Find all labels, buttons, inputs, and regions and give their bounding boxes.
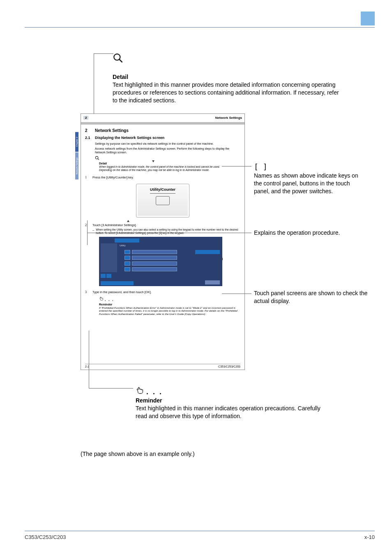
hand-icon	[136, 386, 145, 397]
ellipsis-icon: . . .	[146, 388, 163, 396]
detail-title: Detail	[113, 73, 343, 81]
annotation-touchpanel: Touch panel screens are shown to check t…	[254, 289, 369, 305]
document-page: Detail Text highlighted in this manner p…	[0, 0, 392, 555]
connector-line	[87, 233, 251, 233]
figure-body: 2 Network Settings 2.1 Displaying the Ne…	[81, 125, 244, 315]
annotation-text: Touch panel screens are shown to check t…	[254, 290, 367, 304]
key-label: Utility/Counter	[150, 187, 175, 194]
tp-datetime	[101, 281, 134, 285]
figure-header: 2 Network Settings	[81, 114, 244, 121]
tp-utility-label: Utility	[120, 244, 126, 247]
step-text: Touch [3 Administrator Settings]. – When…	[92, 223, 240, 235]
figure-reminder-title: Reminder	[99, 303, 240, 306]
example-note: (The page shown above is an example only…	[81, 451, 195, 457]
figure-header-title: Network Settings	[215, 116, 242, 120]
side-tab: Chapter 2	[75, 132, 78, 152]
step-text: Type in the password, and then touch [OK…	[92, 290, 240, 294]
tp-menu-button	[132, 261, 177, 266]
side-tabs: Chapter 2 Network Settings	[75, 132, 81, 180]
hand-icon	[99, 298, 105, 302]
figure-paragraph: Access network settings from the Adminis…	[95, 147, 240, 154]
subsection-title: Displaying the Network Settings screen	[95, 136, 164, 140]
detail-body: Text highlighted in this manner provides…	[113, 81, 343, 104]
tp-num-button	[125, 256, 130, 260]
arrow-left-icon	[221, 258, 223, 260]
reminder-callout: . . . Reminder Text highlighted in this …	[136, 386, 333, 420]
magnifier-icon	[113, 53, 123, 65]
tp-joblist-tab	[115, 238, 139, 243]
tp-close-button	[205, 280, 220, 284]
figure-footer: 2-2 C353/C253/C203	[85, 364, 240, 368]
step-text: Press the [Utility/Counter] key.	[92, 176, 240, 180]
side-tab: Network Settings	[75, 153, 78, 180]
svg-point-2	[95, 156, 98, 159]
connector-line	[94, 53, 113, 64]
figure-paragraph: Settings by purpose can be specified via…	[95, 142, 240, 146]
connector-line	[222, 294, 251, 294]
figure-reminder-body: If "Prohibited Functions When Authentica…	[99, 306, 240, 315]
arrow-up-icon	[127, 220, 129, 222]
tp-menu-button	[132, 256, 177, 260]
connector-line	[89, 331, 89, 388]
page-corner-decoration	[361, 12, 375, 25]
bracket-symbol: [ ]	[254, 162, 267, 171]
tp-side-panel	[101, 243, 117, 272]
step-number: 2	[85, 223, 92, 235]
connector-line	[222, 166, 251, 166]
sample-page-figure: Chapter 2 Network Settings 2 Network Set…	[81, 113, 245, 370]
figure-detail-line: Depending on the status of the machine, …	[99, 169, 240, 172]
arrow-down-icon	[152, 160, 154, 162]
tp-pager	[101, 274, 111, 278]
step-subtext: When setting the Utility screen, you can…	[96, 228, 240, 235]
step-number: 3	[85, 290, 92, 294]
annotation-keys: [ ] Names as shown above indicate keys o…	[254, 162, 365, 195]
footer-rule	[25, 531, 375, 531]
key-shape	[156, 196, 170, 205]
utility-counter-key: Utility/Counter	[136, 184, 189, 217]
footer-page: x-10	[364, 534, 375, 540]
annotation-text: Names as shown above indicate keys on th…	[254, 172, 358, 194]
figure-detail-line: When logged in to Administrator mode, th…	[99, 165, 240, 169]
reminder-title: Reminder	[136, 397, 333, 405]
tp-num-button	[125, 261, 130, 266]
svg-line-1	[119, 59, 122, 62]
tp-menu-button	[132, 267, 177, 271]
detail-callout: Detail Text highlighted in this manner p…	[113, 62, 343, 104]
figure-reminder-block: . . . Reminder If "Prohibited Functions …	[99, 296, 240, 315]
magnifier-icon	[95, 156, 240, 162]
section-number: 2	[85, 128, 94, 133]
step-text-main: Touch [3 Administrator Settings].	[92, 223, 137, 227]
tp-num-button	[125, 250, 130, 254]
connector-line	[89, 388, 133, 388]
annotation-text: Explains the operation procedure.	[254, 229, 340, 236]
header-rule	[25, 27, 375, 28]
tp-menu-button	[132, 250, 177, 254]
figure-header-num: 2	[83, 116, 88, 120]
subsection-number: 2.1	[85, 136, 94, 141]
figure-detail-label: Detail	[99, 162, 240, 165]
touch-panel-screenshot: Utility	[99, 237, 222, 286]
figure-model: C353/C253/C203	[218, 365, 240, 368]
footer-model: C353/C253/C203	[25, 534, 66, 540]
tp-num-button	[125, 267, 130, 271]
svg-line-3	[98, 159, 99, 160]
section-title: Network Settings	[95, 128, 129, 133]
step-number: 1	[85, 176, 92, 180]
annotation-procedure: Explains the operation procedure.	[254, 229, 369, 237]
tp-banner-button	[195, 250, 220, 254]
reminder-body: Text highlighted in this manner indicate…	[136, 405, 333, 420]
